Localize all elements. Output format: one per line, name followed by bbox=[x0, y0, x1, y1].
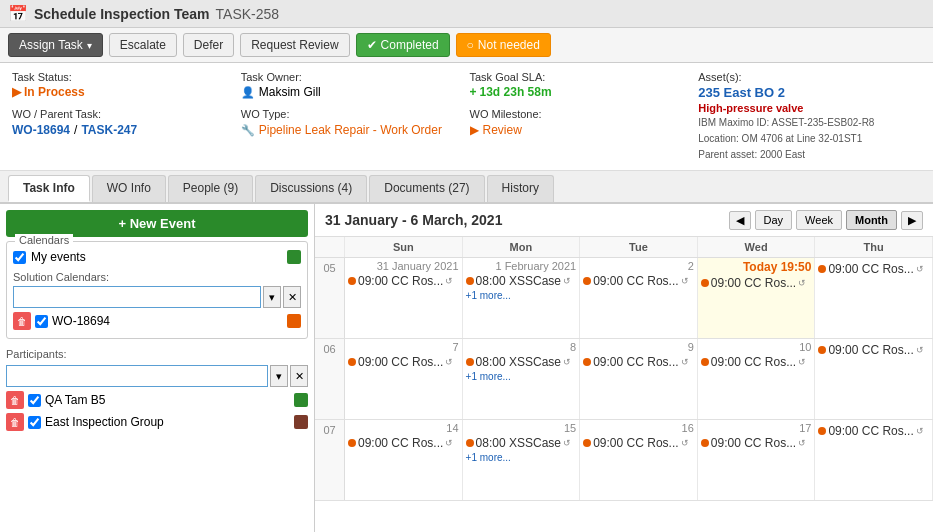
event-tue-05-1[interactable]: 09:00 CC Ros... ↺ bbox=[583, 274, 694, 288]
tabs-bar: Task Info WO Info People (9) Discussions… bbox=[0, 171, 933, 204]
wrench-icon bbox=[241, 123, 255, 137]
day-cell-wed-07: 17 09:00 CC Ros... ↺ bbox=[698, 420, 816, 500]
tab-task-info[interactable]: Task Info bbox=[8, 175, 90, 202]
wo-calendar-row: 🗑 WO-18694 bbox=[13, 310, 301, 332]
event-wed-07-1[interactable]: 09:00 CC Ros... ↺ bbox=[701, 436, 812, 450]
escalate-button[interactable]: Escalate bbox=[109, 33, 177, 57]
solution-calendar-input-row: ▾ ✕ bbox=[13, 286, 301, 308]
participant2-color bbox=[294, 415, 308, 429]
assign-task-button[interactable]: Assign Task bbox=[8, 33, 103, 57]
asset-parent: Parent asset: 2000 East bbox=[698, 148, 921, 162]
event-mon-05-1[interactable]: 08:00 XSSCase ↺ bbox=[466, 274, 577, 288]
day-cell-thu-07: 09:00 CC Ros... ↺ bbox=[815, 420, 933, 500]
event-tue-07-1[interactable]: 09:00 CC Ros... ↺ bbox=[583, 436, 694, 450]
tue-header: Tue bbox=[580, 237, 698, 257]
event-dot bbox=[348, 358, 356, 366]
my-events-checkbox[interactable] bbox=[13, 251, 26, 264]
solution-calendar-input[interactable] bbox=[13, 286, 261, 308]
event-thu-06-1[interactable]: 09:00 CC Ros... ↺ bbox=[818, 343, 929, 357]
more-link-mon-05[interactable]: +1 more... bbox=[466, 290, 577, 301]
event-wed-05-1[interactable]: 09:00 CC Ros... ↺ bbox=[701, 276, 812, 290]
participant1-remove[interactable]: 🗑 bbox=[6, 391, 24, 409]
solution-calendars-label: Solution Calendars: bbox=[13, 271, 109, 283]
participant2-row: 🗑 East Inspection Group bbox=[6, 411, 308, 433]
toolbar: Assign Task Escalate Defer Request Revie… bbox=[0, 28, 933, 63]
participant1-checkbox[interactable] bbox=[28, 394, 41, 407]
week-num-05: 05 bbox=[315, 258, 345, 338]
wo-link[interactable]: WO-18694 bbox=[12, 123, 70, 137]
day-date-tue-05: 2 bbox=[583, 260, 694, 272]
solution-calendar-clear[interactable]: ✕ bbox=[283, 286, 301, 308]
day-date-tue-07: 16 bbox=[583, 422, 694, 434]
event-sun-06-1[interactable]: 09:00 CC Ros... ↺ bbox=[348, 355, 459, 369]
wo-calendar-remove[interactable]: 🗑 bbox=[13, 312, 31, 330]
day-headers: Sun Mon Tue Wed Thu bbox=[315, 237, 933, 258]
day-cell-thu-06: 09:00 CC Ros... ↺ bbox=[815, 339, 933, 419]
event-mon-06-1[interactable]: 08:00 XSSCase ↺ bbox=[466, 355, 577, 369]
event-sun-05-1[interactable]: 09:00 CC Ros... ↺ bbox=[348, 274, 459, 288]
calendar-header: 31 January - 6 March, 2021 ◀ Day Week Mo… bbox=[315, 204, 933, 237]
event-sun-07-1[interactable]: 09:00 CC Ros... ↺ bbox=[348, 436, 459, 450]
prev-button[interactable]: ◀ bbox=[729, 211, 751, 230]
app-title: Schedule Inspection Team bbox=[34, 6, 210, 22]
calendars-legend: Calendars bbox=[15, 234, 73, 246]
day-view-button[interactable]: Day bbox=[755, 210, 793, 230]
wo-type-link[interactable]: Pipeline Leak Repair - Work Order bbox=[259, 123, 442, 137]
asset-name[interactable]: 235 East BO 2 bbox=[698, 85, 921, 100]
assets-label: Asset(s): bbox=[698, 71, 921, 83]
solution-calendar-dropdown[interactable]: ▾ bbox=[263, 286, 281, 308]
not-needed-button[interactable]: ○ Not needed bbox=[456, 33, 551, 57]
new-event-button[interactable]: + New Event bbox=[6, 210, 308, 237]
calendar-icon: 📅 bbox=[8, 4, 28, 23]
day-cell-thu-05: 09:00 CC Ros... ↺ bbox=[815, 258, 933, 338]
participant2-remove[interactable]: 🗑 bbox=[6, 413, 24, 431]
my-events-row: My events bbox=[13, 248, 301, 266]
assets-block: Asset(s): 235 East BO 2 High-pressure va… bbox=[698, 71, 921, 162]
day-cell-mon-06: 8 08:00 XSSCase ↺ +1 more... bbox=[463, 339, 581, 419]
asset-type: High-pressure valve bbox=[698, 102, 921, 114]
event-tue-06-1[interactable]: 09:00 CC Ros... ↺ bbox=[583, 355, 694, 369]
day-date-mon-07: 15 bbox=[466, 422, 577, 434]
day-date-wed-05: Today 19:50 bbox=[701, 260, 812, 274]
next-button[interactable]: ▶ bbox=[901, 211, 923, 230]
event-wed-06-1[interactable]: 09:00 CC Ros... ↺ bbox=[701, 355, 812, 369]
tab-wo-info[interactable]: WO Info bbox=[92, 175, 166, 202]
participant-dropdown[interactable]: ▾ bbox=[270, 365, 288, 387]
week-view-button[interactable]: Week bbox=[796, 210, 842, 230]
event-mon-07-1[interactable]: 08:00 XSSCase ↺ bbox=[466, 436, 577, 450]
info-section: Task Status: In Process WO / Parent Task… bbox=[0, 63, 933, 171]
defer-button[interactable]: Defer bbox=[183, 33, 234, 57]
event-dot bbox=[818, 265, 826, 273]
check-icon: ✔ bbox=[367, 38, 377, 52]
more-link-mon-07[interactable]: +1 more... bbox=[466, 452, 577, 463]
parent-task-link[interactable]: TASK-247 bbox=[81, 123, 137, 137]
participant-input[interactable] bbox=[6, 365, 268, 387]
participant-clear[interactable]: ✕ bbox=[290, 365, 308, 387]
tab-documents[interactable]: Documents (27) bbox=[369, 175, 484, 202]
day-date-wed-06: 10 bbox=[701, 341, 812, 353]
event-dot bbox=[348, 277, 356, 285]
wo-calendar-checkbox[interactable] bbox=[35, 315, 48, 328]
task-owner-value: Maksim Gill bbox=[259, 85, 321, 99]
event-dot bbox=[466, 439, 474, 447]
wo-parent-label: WO / Parent Task: bbox=[12, 108, 101, 120]
event-dot bbox=[818, 346, 826, 354]
person-icon bbox=[241, 85, 255, 99]
event-thu-07-1[interactable]: 09:00 CC Ros... ↺ bbox=[818, 424, 929, 438]
day-cell-tue-07: 16 09:00 CC Ros... ↺ bbox=[580, 420, 698, 500]
participant2-checkbox[interactable] bbox=[28, 416, 41, 429]
wo-milestone-value[interactable]: Review bbox=[483, 123, 522, 137]
tab-discussions[interactable]: Discussions (4) bbox=[255, 175, 367, 202]
tab-history[interactable]: History bbox=[487, 175, 554, 202]
month-view-button[interactable]: Month bbox=[846, 210, 897, 230]
request-review-button[interactable]: Request Review bbox=[240, 33, 349, 57]
completed-button[interactable]: ✔ Completed bbox=[356, 33, 450, 57]
participant1-label: QA Tam B5 bbox=[45, 393, 105, 407]
task-goal-sla-value: 13d 23h 58m bbox=[470, 85, 693, 99]
event-dot bbox=[818, 427, 826, 435]
event-thu-05-1[interactable]: 09:00 CC Ros... ↺ bbox=[818, 262, 929, 276]
more-link-mon-06[interactable]: +1 more... bbox=[466, 371, 577, 382]
day-date-sun-07: 14 bbox=[348, 422, 459, 434]
week-num-header bbox=[315, 237, 345, 257]
tab-people[interactable]: People (9) bbox=[168, 175, 253, 202]
